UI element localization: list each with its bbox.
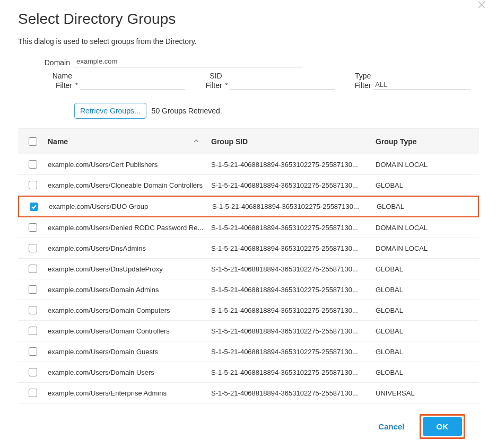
row-checkbox[interactable]	[30, 203, 38, 211]
table-row[interactable]: example.com/Users/Cert PublishersS-1-5-2…	[18, 154, 479, 175]
table-row[interactable]: example.com/Users/Enterprise AdminsS-1-5…	[18, 383, 479, 403]
col-header-type[interactable]: Group Type	[376, 137, 417, 146]
cell-name: example.com/Users/Domain Computers	[48, 306, 211, 314]
sid-filter-input[interactable]	[230, 80, 335, 90]
cell-sid: S-1-5-21-4068818894-3653102275-25587130.…	[211, 181, 376, 189]
cell-sid: S-1-5-21-4068818894-3653102275-25587130.…	[211, 389, 376, 397]
groups-table: Name Group SID Group Type example.com/Us…	[18, 128, 479, 403]
cell-name: example.com/Users/Domain Admins	[48, 286, 211, 294]
table-row[interactable]: example.com/Users/Domain ComputersS-1-5-…	[18, 300, 479, 321]
cell-type: GLOBAL	[376, 327, 479, 335]
cell-type: GLOBAL	[376, 368, 479, 376]
ok-button[interactable]: OK	[423, 417, 463, 436]
ok-button-highlight: OK	[420, 414, 466, 439]
dialog-title: Select Directory Groups	[18, 11, 479, 28]
type-filter-label: TypeFilter	[351, 72, 373, 90]
cell-type: GLOBAL	[376, 306, 479, 314]
sid-filter-label: SIDFilter	[193, 72, 224, 90]
table-row[interactable]: example.com/Users/Denied RODC Password R…	[18, 217, 479, 238]
cell-type: GLOBAL	[376, 265, 479, 273]
filter-panel: Domain example.com NameFilter * SIDFilte…	[18, 57, 453, 119]
cell-name: example.com/Users/DnsUpdateProxy	[48, 265, 211, 273]
cell-sid: S-1-5-21-4068818894-3653102275-25587130.…	[211, 244, 376, 252]
cell-type: UNIVERSAL	[376, 389, 479, 397]
cell-type: GLOBAL	[376, 348, 479, 356]
cell-name: example.com/Users/Cert Publishers	[48, 161, 211, 169]
cell-sid: S-1-5-21-4068818894-3653102275-25587130.…	[211, 327, 376, 335]
table-row[interactable]: example.com/Users/DnsAdminsS-1-5-21-4068…	[18, 238, 479, 259]
close-icon[interactable]	[478, 1, 485, 11]
select-directory-groups-dialog: Select Directory Groups This dialog is u…	[0, 0, 497, 446]
table-row[interactable]: example.com/Users/DnsUpdateProxyS-1-5-21…	[18, 259, 479, 279]
cell-sid: S-1-5-21-4068818894-3653102275-25587130.…	[211, 368, 376, 376]
cell-type: GLOBAL	[376, 286, 479, 294]
row-checkbox[interactable]	[29, 223, 37, 232]
domain-label: Domain	[33, 58, 74, 68]
cell-name: example.com/Users/Domain Controllers	[48, 327, 211, 335]
cell-sid: S-1-5-21-4068818894-3653102275-25587130.…	[212, 203, 377, 210]
col-header-name[interactable]: Name	[48, 137, 68, 146]
cell-name: example.com/Users/Denied RODC Password R…	[48, 224, 211, 232]
cell-sid: S-1-5-21-4068818894-3653102275-25587130.…	[211, 286, 376, 294]
dialog-subtitle: This dialog is used to select groups fro…	[18, 37, 479, 46]
cell-name: example.com/Users/DnsAdmins	[48, 244, 211, 252]
cell-sid: S-1-5-21-4068818894-3653102275-25587130.…	[211, 306, 376, 314]
row-checkbox[interactable]	[29, 327, 37, 335]
row-checkbox[interactable]	[29, 265, 37, 273]
col-header-sid[interactable]: Group SID	[211, 137, 248, 146]
row-checkbox[interactable]	[29, 160, 37, 169]
name-filter-label: NameFilter	[33, 72, 74, 90]
cell-type: DOMAIN LOCAL	[376, 224, 479, 232]
cell-type: DOMAIN LOCAL	[376, 161, 479, 169]
cell-name: example.com/Users/DUO Group	[49, 203, 212, 210]
cell-sid: S-1-5-21-4068818894-3653102275-25587130.…	[211, 224, 376, 232]
row-checkbox[interactable]	[29, 389, 37, 397]
table-row[interactable]: example.com/Users/Cloneable Domain Contr…	[18, 175, 479, 196]
row-checkbox[interactable]	[29, 285, 37, 294]
row-checkbox[interactable]	[29, 244, 37, 252]
cell-sid: S-1-5-21-4068818894-3653102275-25587130.…	[211, 265, 376, 273]
cell-type: GLOBAL	[377, 203, 478, 210]
row-checkbox[interactable]	[29, 368, 37, 376]
required-asterisk: *	[224, 82, 230, 90]
sort-ascending-icon[interactable]	[193, 137, 199, 146]
table-row[interactable]: example.com/Users/Domain AdminsS-1-5-21-…	[18, 279, 479, 300]
type-filter-input[interactable]	[373, 80, 470, 90]
table-row[interactable]: example.com/Users/DUO GroupS-1-5-21-4068…	[18, 196, 479, 217]
cell-name: example.com/Users/Domain Guests	[48, 348, 211, 356]
table-header-row: Name Group SID Group Type	[18, 129, 479, 154]
row-checkbox[interactable]	[29, 306, 37, 314]
row-checkbox[interactable]	[29, 181, 37, 189]
cell-name: example.com/Users/Domain Users	[48, 368, 211, 376]
cell-name: example.com/Users/Cloneable Domain Contr…	[48, 181, 211, 189]
dialog-footer: Cancel OK	[18, 403, 479, 439]
table-row[interactable]: example.com/Users/Domain GuestsS-1-5-21-…	[18, 341, 479, 362]
retrieve-groups-button[interactable]: Retrieve Groups...	[74, 103, 146, 119]
name-filter-input[interactable]	[80, 80, 185, 90]
table-row[interactable]: example.com/Users/Domain UsersS-1-5-21-4…	[18, 362, 479, 383]
cell-type: GLOBAL	[376, 181, 479, 189]
retrieve-status: 50 Groups Retrieved.	[152, 107, 222, 115]
cell-sid: S-1-5-21-4068818894-3653102275-25587130.…	[211, 161, 376, 169]
cell-sid: S-1-5-21-4068818894-3653102275-25587130.…	[211, 348, 376, 356]
cell-name: example.com/Users/Enterprise Admins	[48, 389, 211, 397]
select-all-checkbox[interactable]	[29, 137, 37, 146]
required-asterisk: *	[74, 82, 80, 90]
domain-value[interactable]: example.com	[74, 57, 302, 67]
row-checkbox[interactable]	[29, 347, 37, 356]
cell-type: DOMAIN LOCAL	[376, 244, 479, 252]
cancel-button[interactable]: Cancel	[378, 422, 404, 431]
table-row[interactable]: example.com/Users/Domain ControllersS-1-…	[18, 321, 479, 341]
